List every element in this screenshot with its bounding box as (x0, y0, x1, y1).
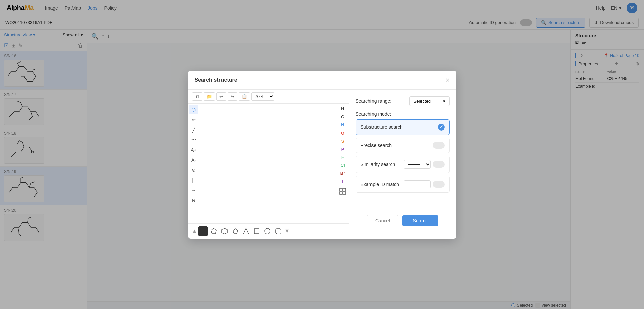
svg-marker-30 (243, 228, 249, 234)
modal-footer: Cancel Submit (356, 215, 450, 232)
elements-panel: H C N O S P F Cl Br I (337, 104, 349, 223)
molecule-canvas[interactable] (200, 104, 337, 223)
svg-rect-25 (343, 192, 346, 194)
element-O[interactable]: O (338, 130, 347, 137)
draw-tools-panel: ⬡ ✏ ╱ 〜 A+ A- ⊙ [ ] → R (188, 104, 200, 223)
svg-rect-23 (343, 188, 346, 191)
svg-marker-33 (276, 228, 281, 234)
undo-button[interactable]: ↩ (216, 92, 226, 101)
text-minus-tool[interactable]: A- (189, 155, 198, 165)
pencil-tool[interactable]: ✏ (189, 115, 198, 124)
periodic-table-icon[interactable] (339, 188, 346, 195)
element-P[interactable]: P (338, 146, 347, 153)
small-pentagon-shape[interactable] (231, 226, 240, 236)
bracket-tool[interactable]: [ ] (189, 175, 198, 185)
shapes-toolbar: ▲ (188, 223, 349, 239)
pentagon-shape[interactable] (209, 226, 218, 236)
searching-range-row: Searching range: Selected ▾ (356, 96, 450, 106)
modal-title: Search structure (195, 77, 237, 83)
element-C[interactable]: C (338, 114, 347, 120)
redo-button[interactable]: ↪ (228, 92, 237, 101)
zoom-select[interactable]: 70% 50% 100% 150% (251, 92, 274, 101)
substructure-search-label: Substructure search (361, 124, 403, 130)
drawing-toolbar: 🗑 📁 ↩ ↪ 📋 70% 50% 100% 150% (188, 90, 349, 104)
element-F[interactable]: F (338, 154, 347, 161)
example-id-input[interactable] (404, 180, 431, 188)
example-id-toggle[interactable] (433, 181, 445, 188)
precise-search-toggle[interactable] (433, 142, 445, 149)
triangle-shape[interactable] (241, 226, 251, 236)
copy-button[interactable]: 📋 (239, 92, 250, 101)
searching-range-label: Searching range: (356, 98, 392, 104)
element-N[interactable]: N (338, 122, 347, 128)
similarity-search-option[interactable]: Similarity search ——— 70% 80% 90% (356, 156, 450, 173)
hexagon-filled-shape[interactable] (198, 226, 208, 236)
similarity-select[interactable]: ——— 70% 80% 90% (404, 160, 431, 169)
svg-marker-28 (222, 228, 227, 234)
shapes-up-btn[interactable]: ▲ (192, 228, 197, 234)
octagon-shape[interactable] (274, 226, 283, 236)
select-tool[interactable]: ⬡ (189, 105, 198, 114)
svg-rect-22 (340, 188, 342, 191)
example-id-match-label: Example ID match (361, 182, 399, 187)
canvas-wrapper: ⬡ ✏ ╱ 〜 A+ A- ⊙ [ ] → R (188, 104, 349, 223)
element-Br[interactable]: Br (338, 170, 347, 177)
ring-tool[interactable]: ⊙ (189, 165, 198, 175)
chevron-down-icon: ▾ (443, 99, 445, 104)
range-selector[interactable]: Selected ▾ (409, 96, 450, 106)
precise-search-option[interactable]: Precise search (356, 138, 450, 153)
modal-header: Search structure × (188, 71, 456, 90)
arrow-tool[interactable]: → (189, 186, 198, 195)
svg-marker-27 (211, 228, 216, 234)
searching-mode-label: Searching mode: (356, 111, 450, 117)
r-group-tool[interactable]: R (189, 196, 198, 205)
modal-close-button[interactable]: × (446, 76, 450, 84)
svg-marker-29 (233, 229, 238, 234)
similarity-search-toggle[interactable] (433, 161, 445, 168)
clear-button[interactable]: 🗑 (192, 92, 202, 101)
shapes-down-btn[interactable]: ▼ (284, 228, 290, 234)
precise-search-label: Precise search (361, 143, 392, 148)
svg-rect-24 (340, 192, 342, 194)
open-button[interactable]: 📁 (204, 92, 215, 101)
element-I[interactable]: I (338, 178, 347, 185)
line-tool[interactable]: ╱ (189, 125, 198, 135)
similarity-search-label: Similarity search (361, 162, 395, 167)
modal-body: 🗑 📁 ↩ ↪ 📋 70% 50% 100% 150% (188, 90, 456, 239)
svg-marker-26 (200, 228, 206, 234)
drawing-area: 🗑 📁 ↩ ↪ 📋 70% 50% 100% 150% (188, 90, 349, 239)
substructure-check: ✓ (438, 124, 445, 131)
text-plus-tool[interactable]: A+ (189, 145, 198, 155)
element-S[interactable]: S (338, 138, 347, 145)
element-Cl[interactable]: Cl (338, 162, 347, 169)
svg-rect-31 (254, 229, 259, 234)
substructure-search-option[interactable]: Substructure search ✓ (356, 119, 450, 135)
hexagon-outline-shape[interactable] (220, 226, 229, 236)
svg-point-32 (265, 228, 270, 234)
search-structure-modal: Search structure × 🗑 📁 ↩ ↪ 📋 70% 50% 100… (188, 71, 456, 239)
searching-mode-section: Searching mode: Substructure search ✓ Pr… (356, 111, 450, 195)
search-options-panel: Searching range: Selected ▾ Searching mo… (349, 90, 456, 239)
wave-tool[interactable]: 〜 (189, 135, 198, 145)
modal-overlay: Search structure × 🗑 📁 ↩ ↪ 📋 70% 50% 100… (0, 0, 644, 309)
circle-hexagon-shape[interactable] (263, 226, 272, 236)
element-H[interactable]: H (338, 106, 347, 112)
square-shape[interactable] (252, 226, 261, 236)
submit-button[interactable]: Submit (402, 215, 439, 226)
example-id-match-option[interactable]: Example ID match (356, 176, 450, 193)
cancel-button[interactable]: Cancel (367, 215, 398, 226)
